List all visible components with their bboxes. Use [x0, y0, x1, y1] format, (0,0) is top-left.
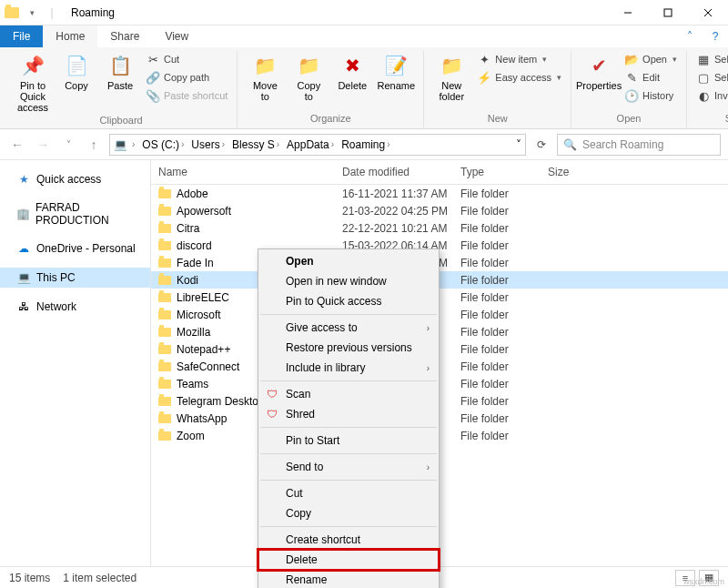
invert-selection-button[interactable]: ◐Invert selection	[694, 87, 728, 104]
rename-button[interactable]: 📝Rename	[376, 51, 416, 91]
ctx-rename[interactable]: Rename	[258, 570, 439, 588]
tab-file[interactable]: File	[0, 25, 43, 47]
up-button[interactable]: ↑	[84, 135, 104, 155]
file-name: Teams	[177, 378, 208, 390]
table-row[interactable]: Adobe16-11-2021 11:37 AMFile folder	[151, 185, 728, 202]
nav-farrad[interactable]: 🏢FARRAD PRODUCTION	[0, 198, 150, 229]
table-row[interactable]: Notepad++File folder	[151, 340, 728, 358]
col-size[interactable]: Size	[548, 166, 602, 178]
select-all-button[interactable]: ▦Select all	[694, 51, 728, 67]
file-name: Citra	[177, 222, 199, 235]
table-row[interactable]: LibreELECFile folder	[151, 289, 728, 306]
breadcrumb[interactable]: 💻 › OS (C:)› Users› Blessy S› AppData› R…	[109, 134, 526, 156]
table-row[interactable]: Citra22-12-2021 10:21 AMFile folder	[151, 219, 728, 237]
ctx-open[interactable]: Open	[258, 251, 439, 271]
new-item-button[interactable]: ✦New item▾	[475, 51, 563, 67]
column-headers[interactable]: Name Date modified Type Size	[151, 160, 728, 185]
file-type: File folder	[460, 291, 548, 304]
select-all-icon: ▦	[696, 52, 711, 66]
move-to-button[interactable]: 📁Move to	[245, 51, 285, 102]
edit-button[interactable]: ✎Edit	[622, 69, 679, 86]
table-row[interactable]: SafeConnectFile folder	[151, 358, 728, 375]
copy-button[interactable]: 📄Copy	[56, 51, 96, 91]
ctx-give-access[interactable]: Give access to›	[258, 318, 439, 338]
new-folder-button[interactable]: 📁New folder	[431, 51, 471, 102]
nav-network[interactable]: 🖧Network	[0, 297, 150, 317]
context-menu: Open Open in new window Pin to Quick acc…	[258, 248, 440, 588]
ctx-copy[interactable]: Copy	[258, 503, 439, 523]
tab-home[interactable]: Home	[43, 25, 97, 47]
table-row[interactable]: MozillaFile folder	[151, 323, 728, 340]
table-row[interactable]: ZoomFile folder	[151, 427, 728, 444]
file-type: File folder	[460, 343, 548, 356]
folder-icon	[158, 414, 171, 423]
table-row[interactable]: TeamsFile folder	[151, 375, 728, 392]
select-none-button[interactable]: ▢Select none	[694, 69, 728, 86]
help-icon[interactable]: ?	[703, 25, 728, 47]
history-icon: 🕑	[624, 88, 639, 103]
table-row[interactable]: Telegram DesktopFile folder	[151, 392, 728, 410]
easy-access-button[interactable]: ⚡Easy access▾	[475, 69, 563, 86]
search-input[interactable]: 🔍 Search Roaming	[557, 134, 721, 156]
table-row[interactable]: WhatsAppFile folder	[151, 410, 728, 427]
file-type: File folder	[460, 360, 548, 373]
history-button[interactable]: 🕑History	[622, 87, 679, 104]
copy-path-button[interactable]: 🔗Copy path	[144, 69, 229, 86]
ctx-cut[interactable]: Cut	[258, 483, 439, 503]
tab-view[interactable]: View	[152, 25, 201, 47]
maximize-button[interactable]	[648, 0, 688, 25]
folder-icon	[158, 207, 171, 216]
shield-icon: 🛡	[265, 407, 279, 421]
table-row[interactable]: discord15-03-2022 06:14 AMFile folder	[151, 237, 728, 254]
cut-button[interactable]: ✂Cut	[144, 51, 229, 67]
open-button[interactable]: 📂Open▾	[622, 51, 679, 67]
nav-onedrive[interactable]: ☁OneDrive - Personal	[0, 238, 150, 259]
ctx-send-to[interactable]: Send to›	[258, 457, 439, 477]
move-to-icon: 📁	[252, 53, 278, 78]
close-button[interactable]	[688, 0, 728, 25]
forward-button[interactable]: →	[33, 135, 53, 155]
ctx-scan[interactable]: 🛡Scan	[258, 384, 439, 404]
ctx-include-library[interactable]: Include in library›	[258, 358, 439, 378]
ctx-restore-versions[interactable]: Restore previous versions	[258, 338, 439, 358]
ctx-shred[interactable]: 🛡Shred	[258, 404, 439, 424]
new-item-icon: ✦	[477, 52, 491, 66]
paste-button[interactable]: 📋Paste	[100, 51, 140, 91]
minimize-button[interactable]	[608, 0, 648, 25]
paste-shortcut-button[interactable]: 📎Paste shortcut	[144, 87, 229, 104]
breadcrumb-dropdown-icon[interactable]: ˅	[516, 138, 521, 151]
ribbon: 📌Pin to Quick access 📄Copy 📋Paste ✂Cut 🔗…	[0, 47, 728, 129]
ctx-pin-quick-access[interactable]: Pin to Quick access	[258, 291, 439, 311]
qat-separator: |	[44, 5, 60, 21]
back-button[interactable]: ←	[7, 135, 27, 155]
recent-dropdown[interactable]: ˅	[58, 135, 78, 155]
ribbon-tabs: File Home Share View ˄ ?	[0, 25, 728, 47]
folder-icon	[158, 380, 171, 389]
delete-button[interactable]: ✖Delete	[332, 51, 372, 91]
col-name[interactable]: Name	[151, 166, 342, 178]
expand-ribbon-icon[interactable]: ˄	[677, 25, 703, 47]
nav-this-pc[interactable]: 💻This PC	[0, 268, 150, 288]
file-type: File folder	[460, 274, 548, 287]
col-type[interactable]: Type	[460, 166, 548, 178]
file-name: Notepad++	[177, 343, 230, 356]
folder-icon	[158, 276, 171, 285]
file-name: Microsoft	[177, 309, 221, 321]
table-row[interactable]: Apowersoft21-03-2022 04:25 PMFile folder	[151, 202, 728, 219]
table-row[interactable]: KodiFile folder	[151, 271, 728, 289]
table-row[interactable]: MicrosoftFile folder	[151, 306, 728, 323]
ctx-pin-start[interactable]: Pin to Start	[258, 431, 439, 451]
copy-to-button[interactable]: 📁Copy to	[288, 51, 329, 102]
folder-icon	[158, 397, 171, 406]
properties-button[interactable]: ✔Properties	[579, 51, 619, 91]
table-row[interactable]: Fade In26-11-2021 11:10 PMFile folder	[151, 254, 728, 271]
pin-quick-access-button[interactable]: 📌Pin to Quick access	[13, 51, 53, 113]
refresh-button[interactable]: ⟳	[531, 135, 551, 155]
ctx-create-shortcut[interactable]: Create shortcut	[258, 530, 439, 550]
ctx-open-new-window[interactable]: Open in new window	[258, 271, 439, 291]
nav-quick-access[interactable]: ★Quick access	[0, 169, 150, 189]
col-date[interactable]: Date modified	[342, 166, 460, 178]
qat-down-icon[interactable]: ▾	[24, 5, 40, 21]
ctx-delete[interactable]: Delete	[258, 550, 439, 570]
tab-share[interactable]: Share	[97, 25, 152, 47]
